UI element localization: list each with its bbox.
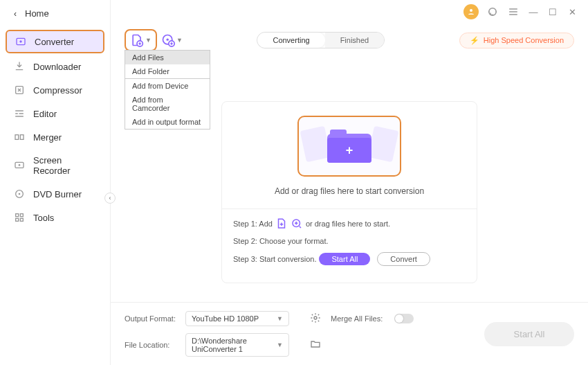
user-avatar[interactable]	[463, 4, 479, 19]
dropzone[interactable]: +	[297, 116, 401, 177]
sidebar-item-downloader[interactable]: Downloader	[6, 56, 104, 77]
tab-converting[interactable]: Converting	[257, 33, 324, 48]
svg-point-19	[314, 317, 317, 319]
sidebar-item-compressor[interactable]: Compressor	[6, 80, 104, 100]
merge-label: Merge All Files:	[331, 314, 394, 323]
editor-icon	[14, 108, 25, 119]
add-disc-icon	[161, 33, 175, 47]
sidebar-item-label: Merger	[33, 132, 62, 143]
svg-point-12	[470, 9, 472, 12]
status-tabs: Converting Finished	[257, 32, 385, 48]
chevron-down-icon: ▼	[277, 315, 283, 322]
svg-rect-2	[15, 135, 19, 140]
step-1: Step 1: Add or drag files here to start.	[233, 217, 466, 230]
svg-rect-8	[16, 214, 19, 217]
minimize-button[interactable]: —	[527, 7, 540, 17]
sidebar-item-label: Converter	[35, 37, 74, 47]
svg-rect-11	[20, 218, 23, 221]
add-file-icon[interactable]	[275, 217, 288, 230]
sidebar-item-editor[interactable]: Editor	[6, 103, 104, 124]
sidebar-item-label: Compressor	[33, 85, 82, 96]
step-3: Step 3: Start conversion. Start All Conv…	[233, 252, 466, 266]
sidebar-item-tools[interactable]: Tools	[6, 207, 104, 228]
svg-point-7	[19, 193, 21, 195]
open-folder-icon[interactable]	[310, 339, 321, 351]
sidebar-item-label: Tools	[33, 213, 54, 223]
step-3-prefix: Step 3: Start conversion.	[233, 255, 316, 263]
start-all-mini-button[interactable]: Start All	[319, 253, 370, 265]
sidebar: ‹ Home Converter Downloader Compressor E…	[0, 0, 111, 365]
step-2-text: Step 2: Choose your format.	[233, 237, 329, 245]
dropdown-add-folder[interactable]: Add Folder	[125, 64, 210, 78]
dvd-burner-icon	[14, 188, 25, 199]
sidebar-item-label: Downloader	[33, 62, 81, 72]
dropdown-add-files[interactable]: Add Files	[125, 51, 210, 64]
add-file-icon	[130, 33, 144, 47]
convert-mini-button[interactable]: Convert	[377, 252, 430, 266]
start-all-button[interactable]: Start All	[484, 322, 574, 346]
folder-icon: +	[327, 130, 371, 163]
merger-icon	[14, 132, 25, 143]
converter-icon	[15, 36, 26, 47]
footer: Output Format: YouTube HD 1080P ▼ Merge …	[111, 302, 588, 365]
support-icon[interactable]	[486, 5, 499, 19]
chevron-down-icon: ▼	[277, 341, 283, 348]
high-speed-button[interactable]: ⚡ High Speed Conversion	[459, 33, 574, 48]
tab-finished[interactable]: Finished	[325, 33, 385, 48]
downloader-icon	[14, 61, 25, 72]
compressor-icon	[14, 84, 25, 96]
svg-point-5	[19, 164, 21, 166]
bolt-icon: ⚡	[470, 36, 479, 45]
output-format-value: YouTube HD 1080P	[192, 314, 259, 323]
add-files-highlight: ▼	[125, 29, 157, 51]
add-files-dropdown: Add Files Add Folder Add from Device Add…	[125, 50, 210, 130]
file-location-select[interactable]: D:\Wondershare UniConverter 1 ▼	[185, 333, 289, 357]
ghost-doc-icon	[300, 126, 331, 162]
screen-recorder-icon	[14, 160, 25, 171]
home-label: Home	[25, 8, 49, 19]
chevron-down-icon: ▼	[145, 37, 151, 44]
merge-all-toggle[interactable]	[394, 314, 414, 323]
svg-rect-9	[20, 214, 23, 217]
dropdown-add-from-camcorder[interactable]: Add from Camcorder	[125, 93, 210, 115]
window-header: — ☐ ✕	[111, 0, 588, 24]
chevron-down-icon: ▼	[176, 37, 183, 44]
sidebar-item-screen-recorder[interactable]: Screen Recorder	[6, 150, 104, 181]
toolbar: ▼ ▼ Converting Finished ⚡ High Speed Con…	[111, 24, 588, 57]
sidebar-item-dvd-burner[interactable]: DVD Burner	[6, 184, 104, 204]
maximize-button[interactable]: ☐	[546, 7, 559, 17]
user-icon	[467, 8, 475, 16]
tools-icon	[14, 212, 25, 223]
output-format-label: Output Format:	[125, 314, 185, 323]
sidebar-item-label: Screen Recorder	[33, 155, 96, 176]
menu-icon[interactable]	[506, 5, 520, 19]
empty-state-card: + Add or drag files here to start conver…	[221, 101, 477, 283]
step-1-prefix: Step 1: Add	[233, 220, 273, 228]
high-speed-label: High Speed Conversion	[484, 36, 564, 44]
step-2: Step 2: Choose your format.	[233, 237, 466, 245]
sidebar-item-merger[interactable]: Merger	[6, 127, 104, 148]
home-nav[interactable]: ‹ Home	[0, 0, 110, 27]
sidebar-item-label: DVD Burner	[33, 189, 82, 199]
svg-rect-3	[20, 135, 24, 140]
output-format-select[interactable]: YouTube HD 1080P ▼	[185, 311, 289, 326]
step-1-suffix: or drag files here to start.	[306, 220, 390, 228]
sidebar-item-converter[interactable]: Converter	[6, 30, 104, 53]
file-location-label: File Location:	[125, 341, 185, 349]
ghost-doc-icon	[368, 126, 399, 162]
add-disc-button[interactable]: ▼	[161, 33, 183, 47]
dropzone-text: Add or drag files here to start conversi…	[222, 186, 477, 196]
output-settings-icon[interactable]	[310, 312, 321, 325]
file-location-value: D:\Wondershare UniConverter 1	[192, 337, 277, 353]
back-chevron-icon: ‹	[14, 9, 17, 19]
add-files-button[interactable]: ▼	[130, 33, 151, 47]
sidebar-item-label: Editor	[33, 109, 57, 119]
close-button[interactable]: ✕	[566, 7, 578, 17]
svg-rect-10	[16, 218, 19, 221]
svg-point-16	[166, 39, 168, 41]
dropdown-add-from-device[interactable]: Add from Device	[125, 79, 210, 93]
add-disc-icon[interactable]	[291, 217, 303, 230]
dropdown-add-in-output-format[interactable]: Add in output format	[125, 115, 210, 129]
